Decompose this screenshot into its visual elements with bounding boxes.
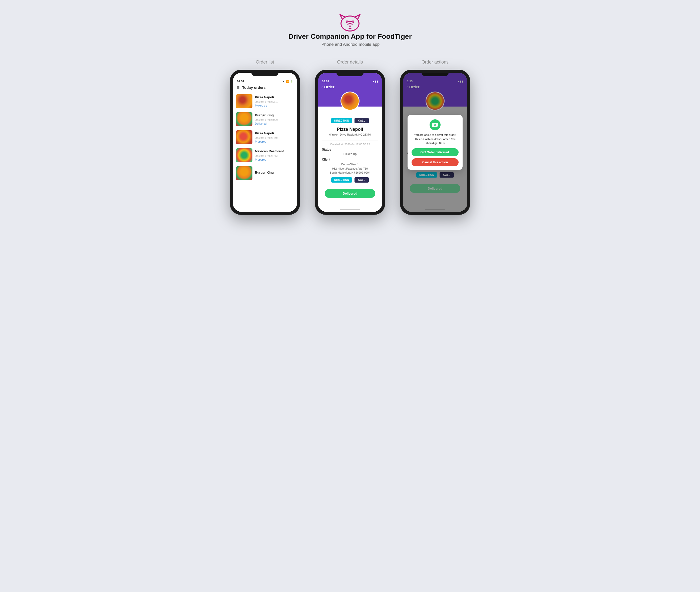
home-indicator [318,207,382,212]
order-status: Delivered [255,122,294,125]
list-item[interactable]: Pizza Napoli 2020-04-17 05:34:03 Prepare… [233,128,297,146]
order-date: 2020-04-17 00:57:55 [255,155,294,157]
app-header: Driver Companion App for FoodTiger iPhon… [288,10,412,47]
call-button-top[interactable]: CALL [355,118,369,123]
cash-icon [432,121,438,128]
phone-frame-2: 10:09 ▾ ▮▮ ‹ Order [315,70,385,215]
action-buttons-top: DIRECTION CALL [331,118,369,123]
time-2: 10:09 [322,80,329,83]
modal-overlay: You are about to deliver this order! Thi… [403,73,467,212]
wifi-icon-1: 📶 [286,80,289,83]
order-date: 2020-04-17 05:34:03 [255,137,294,139]
list-item[interactable]: Pizza Napoli 2020-04-17 06:53:12 Picked … [233,92,297,110]
list-item[interactable]: Mexican Restorant 2020-04-17 00:57:55 Pr… [233,146,297,164]
svg-point-6 [434,125,435,126]
order-status: Picked up [255,104,294,107]
client-name: Demo Client 1 [322,162,378,166]
order-thumb-burger [236,112,252,126]
order-name: Burger King [255,170,294,174]
phone-frame-3: 1:13 ▾ ▮▮ ‹ Order D [400,70,470,215]
delivered-button[interactable]: Delivered [325,189,375,198]
ok-delivered-button[interactable]: OK! Order delivered. [412,148,459,156]
cancel-action-button[interactable]: Cancel this action [412,158,459,166]
svg-point-2 [346,21,348,22]
order-info: Pizza Napoli 2020-04-17 05:34:03 Prepare… [255,131,294,143]
battery-icon-2: ▮▮ [375,80,378,83]
order-date: 2020-04-17 06:53:12 [255,101,294,103]
client-address-1: 982 Hilbert Passage Apt. 760 [322,166,378,171]
screen-order-list: 10:08 ▲ 📶 🔋 ☰ Today orders [233,73,297,212]
signal-icon-1: ▲ [282,80,285,83]
details-content: DIRECTION CALL Pizza Napoli 6 Yukon Driv… [318,106,382,207]
call-button-bottom[interactable]: CALL [355,177,369,183]
menu-icon[interactable]: ☰ [236,86,240,90]
section-label-2: Order details [337,59,363,65]
client-section: Client Demo Client 1 982 Hilbert Passage… [322,158,378,175]
svg-rect-7 [432,124,433,124]
svg-rect-8 [437,126,437,127]
app-subtitle: iPhone and Android mobile app [321,42,379,47]
phone-column-2: Order details 10:09 ▾ ▮▮ ‹ Order [315,59,385,215]
today-orders-title: Today orders [242,85,266,90]
client-info: Demo Client 1 982 Hilbert Passage Apt. 7… [322,162,378,175]
hero-area [318,89,382,106]
order-date: 2020-04-17 05:59:27 [255,118,294,121]
direction-button-bottom[interactable]: DIRECTION [331,177,352,183]
order-details-topbar: ‹ Order [318,83,382,89]
restaurant-address: 6 Yukon Drive Raeford, NC 28376 [329,133,371,136]
phone-frame-1: 10:08 ▲ 📶 🔋 ☰ Today orders [230,70,300,215]
restaurant-name: Pizza Napoli [337,127,363,132]
topbar-title: Order [324,85,334,89]
order-status: Prepared [255,140,294,143]
time-1: 10:08 [237,80,244,83]
order-name: Burger King [255,113,294,117]
order-thumb-burger2 [236,166,252,180]
created-at: Created at: 2020-04-17 06:53:12 [330,143,370,146]
direction-button-top[interactable]: DIRECTION [331,118,352,123]
divider-1 [322,141,378,141]
notch-1 [251,70,279,76]
screen-order-actions: 1:13 ▾ ▮▮ ‹ Order D [403,73,467,212]
order-name: Mexican Restorant [255,149,294,153]
notch-2 [336,70,364,76]
order-info: Burger King 2020-04-17 05:59:27 Delivere… [255,113,294,125]
list-item[interactable]: Burger King [233,164,297,182]
order-info: Mexican Restorant 2020-04-17 00:57:55 Pr… [255,149,294,161]
back-arrow-icon[interactable]: ‹ [322,85,323,89]
client-address-2: South Marleyfort, NJ 26902-0904 [322,170,378,175]
client-label: Client [322,158,378,161]
order-info: Burger King [255,170,294,176]
section-label-1: Order list [256,59,274,65]
order-status: Prepared [255,158,294,161]
order-info: Pizza Napoli 2020-04-17 06:53:12 Picked … [255,95,294,107]
modal-money-icon [429,119,440,130]
tiger-logo-icon [337,10,363,33]
phone-column-3: Order actions 1:13 ▾ ▮▮ ‹ Order [400,59,470,215]
order-name: Pizza Napoli [255,95,294,99]
home-bar [340,209,360,210]
app-title: Driver Companion App for FoodTiger [288,33,412,41]
battery-icon-1: 🔋 [290,80,293,83]
status-value: Picked up [322,152,378,156]
order-thumb-salad [236,148,252,162]
status-icons-1: ▲ 📶 🔋 [282,80,293,83]
modal-text: You are about to deliver this order! Thi… [412,133,459,145]
section-label-3: Order actions [422,59,449,65]
status-section: Status Picked up [322,148,378,158]
status-label: Status [322,148,378,151]
modal-box: You are about to deliver this order! Thi… [408,115,463,170]
phone-column-1: Order list 10:08 ▲ 📶 🔋 ☰ Today orders [230,59,300,215]
svg-point-3 [352,21,354,22]
order-list-header: ☰ Today orders [233,83,297,92]
list-item[interactable]: Burger King 2020-04-17 05:59:27 Delivere… [233,110,297,128]
phones-section: Order list 10:08 ▲ 📶 🔋 ☰ Today orders [230,59,470,215]
action-buttons-bottom: DIRECTION CALL [331,177,369,183]
order-thumb-pizza [236,94,252,108]
order-name: Pizza Napoli [255,131,294,135]
wifi-icon-2: ▾ [373,80,374,83]
order-list[interactable]: Pizza Napoli 2020-04-17 06:53:12 Picked … [233,92,297,182]
order-thumb-pizza2 [236,130,252,144]
hero-food-circle [340,92,360,110]
screen-order-details: 10:09 ▾ ▮▮ ‹ Order [318,73,382,212]
status-icons-2: ▾ ▮▮ [373,80,378,83]
